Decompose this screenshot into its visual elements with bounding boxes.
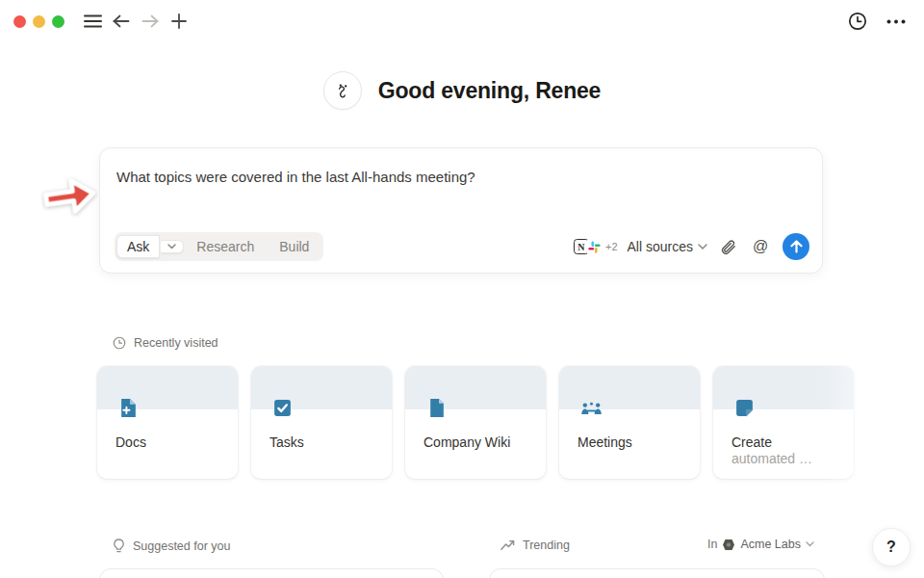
mode-build-button[interactable]: Build [267,236,321,257]
card-meetings[interactable]: Meetings [559,366,700,479]
card-title: Tasks [270,434,304,451]
doc-plus-icon [118,398,139,418]
mode-selector: Ask Research Build [115,232,323,261]
card-create-automated[interactable]: Create automated … [713,366,854,479]
scope-prefix: In [707,538,717,551]
card-tasks[interactable]: Tasks [251,366,392,479]
suggested-label: Suggested for you [133,539,230,553]
trending-label: Trending [523,539,570,552]
page-title: Good evening, Renee [378,78,601,104]
source-icons[interactable]: N +2 [574,238,618,255]
mode-dropdown-chevron[interactable] [161,240,184,253]
send-button[interactable] [783,233,809,260]
scope-name: Acme Labs [740,538,801,551]
new-tab-icon[interactable] [167,9,192,34]
workspace-scope-dropdown[interactable]: In Acme Labs [707,538,814,551]
card-title: Company Wiki [424,434,510,451]
trend-icon [500,539,515,551]
task-check-icon [272,398,293,418]
meeting-icon [580,398,603,418]
extra-sources-count: +2 [605,241,618,252]
card-docs[interactable]: Docs [97,366,238,479]
all-sources-dropdown[interactable]: All sources [628,239,707,254]
help-label: ? [886,539,896,556]
recently-visited-header: Recently visited [113,336,218,350]
minimize-window-button[interactable] [33,15,45,28]
card-title: Docs [116,434,146,451]
arrow-up-icon [790,240,803,253]
trending-header: Trending [500,539,570,552]
slack-icon [586,238,603,255]
page-icon [426,398,447,418]
clock-icon [113,336,126,350]
attach-icon[interactable] [715,234,740,259]
ai-composer[interactable]: What topics were covered in the last All… [99,147,823,274]
suggested-header: Suggested for you [113,539,230,553]
red-arrow-annotation [38,170,101,223]
close-window-button[interactable] [13,15,26,28]
bulb-icon [113,539,125,553]
help-button[interactable]: ? [872,528,911,566]
recently-visited-label: Recently visited [134,336,218,350]
notion-ai-face-icon [323,71,362,110]
template-icon [734,398,755,418]
window-controls [13,15,64,28]
menu-icon[interactable] [80,9,105,34]
chevron-down-icon [806,541,814,547]
card-title: Meetings [578,434,632,451]
card-title: Create automated … [732,434,812,467]
composer-input[interactable]: What topics were covered in the last All… [116,169,806,185]
suggested-card[interactable] [99,568,444,578]
history-icon[interactable] [845,9,870,34]
card-company-wiki[interactable]: Company Wiki [405,366,546,479]
mode-ask-button[interactable]: Ask [116,235,160,258]
mention-icon[interactable]: @ [748,234,773,259]
greeting-header: Good evening, Renee [0,71,924,110]
more-icon[interactable] [884,9,909,34]
trending-card[interactable] [489,568,825,578]
titlebar [0,0,924,42]
back-icon[interactable] [109,9,134,34]
recently-visited-cards: Docs Tasks Company Wiki [97,366,854,479]
all-sources-label: All sources [628,239,693,254]
mode-research-button[interactable]: Research [184,236,267,257]
chevron-down-icon [698,244,707,250]
zoom-window-button[interactable] [52,15,64,28]
forward-icon[interactable] [138,9,163,34]
workspace-icon [722,539,735,551]
